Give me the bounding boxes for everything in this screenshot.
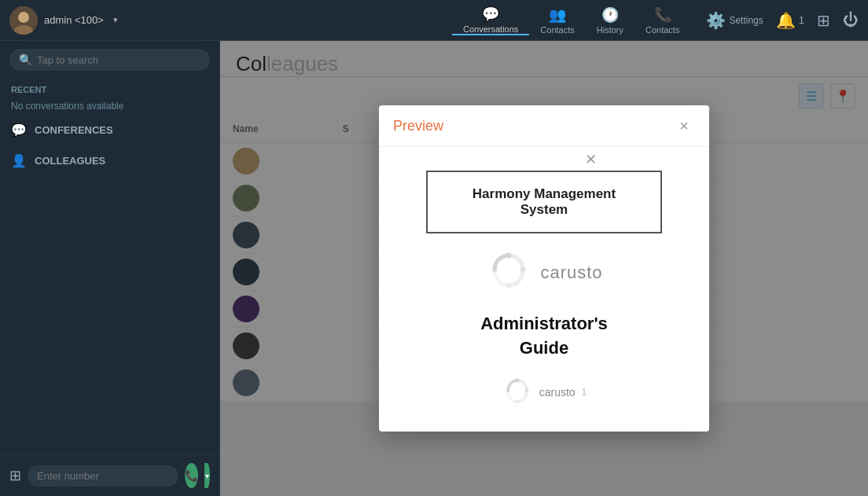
top-nav: 💬 Conversations 👥 Contacts 🕐 History 📞 C…: [452, 6, 690, 35]
user-label: admin <100>: [44, 14, 104, 26]
content-area: Colleagues ☰ 📍 Name S Location: [220, 41, 868, 496]
carusto-logo-text: carusto: [540, 263, 602, 283]
logo-area: carusto: [485, 249, 602, 296]
tab-history-label: History: [597, 25, 623, 35]
apps-icon: ⊞: [817, 11, 830, 30]
modal-header: Preview ×: [379, 105, 709, 147]
tab-contacts2[interactable]: 📞 Contacts: [634, 6, 690, 35]
search-bar: 🔍: [9, 49, 210, 71]
conferences-icon: 💬: [11, 123, 27, 138]
sidebar-colleagues-label: COLLEAGUES: [35, 155, 105, 167]
top-actions: ⚙️ Settings 🔔 1 ⊞ ⏻: [706, 11, 859, 30]
sidebar-item-conferences[interactable]: 💬 CONFERENCES: [0, 115, 219, 145]
svg-point-9: [515, 399, 519, 403]
history-icon: 🕐: [601, 6, 619, 24]
sidebar-item-colleagues[interactable]: 👤 COLLEAGUES: [0, 145, 219, 176]
sidebar-bottom: ⊞ 📞 ▾: [0, 454, 219, 496]
settings-label: Settings: [729, 15, 763, 26]
tab-contacts2-label: Contacts: [645, 25, 679, 35]
call-button[interactable]: 📞: [185, 463, 198, 488]
svg-point-4: [520, 267, 526, 273]
sidebar: 🔍 RECENT No conversations available 💬 CO…: [0, 41, 220, 496]
admin-guide-text: Administrator's Guide: [480, 312, 608, 361]
contacts-icon: 👥: [549, 6, 566, 24]
app-container: admin <100> ▾ 💬 Conversations 👥 Contacts…: [0, 0, 868, 496]
tab-conversations-label: Conversations: [463, 24, 518, 34]
main-area: 🔍 RECENT No conversations available 💬 CO…: [0, 41, 868, 496]
chevron-down-icon: ▾: [113, 15, 118, 25]
conversations-icon: 💬: [482, 6, 499, 23]
phone-input[interactable]: [28, 465, 178, 487]
book-title-box: Harmony Management System: [426, 171, 662, 233]
modal-overlay[interactable]: ✕ Preview × Harmony Management System: [220, 41, 868, 496]
background-close-icon[interactable]: ✕: [585, 151, 597, 168]
tab-contacts[interactable]: 👥 Contacts: [529, 6, 585, 35]
bottom-logo-area: carusto 1: [502, 377, 587, 408]
preview-modal: Preview × Harmony Management System: [379, 105, 709, 432]
search-icon: 🔍: [19, 53, 32, 66]
svg-point-5: [506, 283, 512, 288]
power-button[interactable]: ⏻: [843, 11, 859, 29]
no-conversations-text: No conversations available: [0, 97, 219, 115]
bell-icon: 🔔: [776, 11, 796, 30]
book-title: Harmony Management System: [473, 186, 616, 217]
contacts2-icon: 📞: [654, 6, 671, 24]
modal-title: Preview: [393, 118, 443, 134]
tab-contacts-label: Contacts: [540, 25, 574, 35]
tab-history[interactable]: 🕐 History: [586, 6, 634, 35]
svg-point-3: [506, 253, 512, 259]
recent-label: RECENT: [0, 79, 219, 97]
colleagues-icon: 👤: [11, 153, 27, 168]
notification-badge: 1: [799, 14, 804, 26]
avatar[interactable]: [9, 6, 38, 35]
call-dropdown[interactable]: ▾: [204, 463, 210, 488]
power-icon: ⏻: [843, 11, 859, 29]
tab-conversations[interactable]: 💬 Conversations: [452, 6, 529, 35]
carusto-logo-icon: [485, 249, 532, 296]
top-bar: admin <100> ▾ 💬 Conversations 👥 Contacts…: [0, 0, 868, 41]
gear-icon: ⚙️: [706, 11, 726, 30]
sidebar-conferences-label: CONFERENCES: [35, 124, 113, 136]
carusto-bottom-logo-icon: [502, 377, 533, 408]
modal-close-button[interactable]: ×: [673, 115, 695, 137]
search-input[interactable]: [37, 54, 200, 66]
svg-point-6: [492, 267, 498, 273]
grid-icon[interactable]: ⊞: [9, 467, 21, 484]
notifications-button[interactable]: 🔔 1: [776, 11, 804, 30]
settings-button[interactable]: ⚙️ Settings: [706, 11, 763, 30]
apps-button[interactable]: ⊞: [817, 11, 830, 30]
page-number: 1: [582, 387, 587, 398]
bottom-logo-label: carusto: [539, 386, 576, 399]
svg-point-10: [506, 388, 509, 392]
modal-body: Harmony Management System: [379, 147, 709, 432]
svg-point-7: [515, 378, 519, 382]
svg-point-8: [524, 388, 528, 392]
svg-point-1: [18, 12, 29, 23]
